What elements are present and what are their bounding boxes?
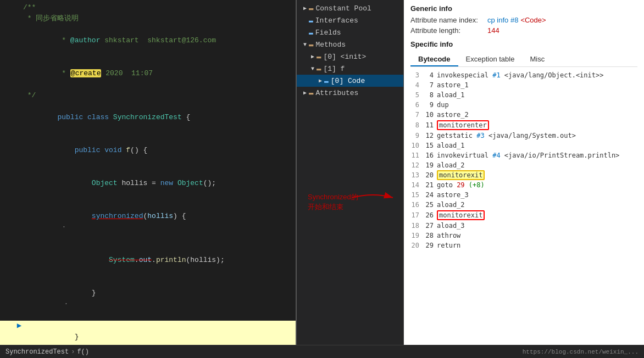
- bc-row-7: 10 15 aload_1: [410, 141, 637, 150]
- bytecode-table: 3 4 invokespecial #1 <java/lang/Object.<…: [410, 70, 637, 250]
- folder-icon-attributes: ▬: [309, 88, 313, 97]
- code-line-1: /**: [0, 2, 296, 13]
- folder-icon-interfaces: ▬: [309, 16, 313, 25]
- tree-label-methods: Methods: [315, 41, 346, 49]
- tree-label-interfaces: Interfaces: [315, 16, 358, 25]
- code-line-10: System.out.println(hollis);: [0, 244, 296, 277]
- bc-row-10: 13 20 monitorexit: [410, 170, 637, 180]
- bc-ref-8[interactable]: #4: [492, 152, 500, 159]
- code-line-7: public void f() {: [0, 134, 296, 167]
- bc-ref-0[interactable]: #1: [492, 71, 500, 79]
- tab-exception-table[interactable]: Exception table: [458, 53, 523, 66]
- code-line-8: Object hollis = new Object();: [0, 167, 296, 200]
- code-line-3: * @author shkstart shkstart@126.com: [0, 24, 296, 57]
- code-line-5: */: [0, 90, 296, 101]
- folder-icon-f: ▬: [317, 64, 321, 73]
- tree-panel[interactable]: ▶ ▬ Constant Pool ▬ Interfaces ▬ Fields …: [297, 0, 404, 345]
- bc-row-11: 14 21 goto 29 (+8): [410, 180, 637, 190]
- folder-icon-code: ▬: [324, 77, 329, 85]
- folder-icon-constant-pool: ▬: [309, 4, 313, 13]
- attr-length-label: Attribute length:: [410, 26, 487, 35]
- bc-row-2: 5 8 aload_1: [410, 90, 637, 100]
- code-line-9: synchronized(hollis) { ·: [0, 200, 296, 244]
- code-line-11: } ·: [0, 277, 296, 321]
- tree-item-init[interactable]: ▶ ▬ [0] <init>: [297, 51, 403, 63]
- code-line-6: public class SynchronizedTest {: [0, 101, 296, 134]
- bc-row-9: 12 19 aload_2: [410, 160, 637, 170]
- bc-row-12: 15 24 astore_3: [410, 190, 637, 200]
- breadcrumb: SynchronizedTest › f() https://blog.csdn…: [0, 345, 644, 358]
- folder-icon-init: ▬: [317, 52, 321, 61]
- url-hint: https://blog.csdn.net/weixin_...: [523, 349, 639, 355]
- bc-row-6: 9 12 getstatic #3 <java/lang/System.out>: [410, 131, 637, 141]
- bc-row-8: 11 16 invokevirtual #4 <java/io/PrintStr…: [410, 150, 637, 160]
- attr-length-val: 144: [487, 26, 499, 35]
- bc-row-13: 16 25 aload_2: [410, 200, 637, 210]
- breadcrumb-class: SynchronizedTest: [5, 348, 69, 356]
- code-editor[interactable]: /** * 同步省略说明 * @author shkstart shkstart…: [0, 0, 297, 345]
- folder-icon-fields: ▬: [309, 29, 313, 37]
- tree-item-methods[interactable]: ▼ ▬ Methods: [297, 38, 403, 51]
- tree-label-constant-pool: Constant Pool: [315, 4, 371, 13]
- bc-row-3: 6 9 dup: [410, 100, 637, 110]
- code-line-12: ▶ }: [0, 321, 296, 345]
- tree-label-init: [0] <init>: [323, 53, 366, 61]
- tree-label-code: [0] Code: [331, 77, 365, 85]
- attr-length-row: Attribute length: 144: [410, 26, 637, 35]
- bc-row-16: 19 28 athrow: [410, 231, 637, 240]
- attr-name-row: Attribute name index: cp info #8 <Code>: [410, 16, 637, 24]
- bc-ref-6[interactable]: #3: [476, 132, 484, 139]
- right-panel: Generic info Attribute name index: cp in…: [404, 0, 644, 345]
- bc-row-1: 4 7 astore_1: [410, 80, 637, 90]
- tree-label-f: [1] f: [323, 65, 345, 73]
- bc-ref-goto[interactable]: 29: [457, 181, 464, 189]
- folder-icon-methods: ▬: [309, 40, 313, 49]
- bc-row-4: 7 10 astore_2: [410, 110, 637, 120]
- tree-item-code[interactable]: ▶ ▬ [0] Code: [297, 75, 403, 87]
- bc-row-0: 3 4 invokespecial #1 <java/lang/Object.<…: [410, 70, 637, 80]
- breadcrumb-method: f(): [77, 348, 89, 356]
- attr-name-link[interactable]: cp info #8: [487, 16, 518, 24]
- tabs-row: Bytecode Exception table Misc: [410, 53, 637, 67]
- tree-item-f[interactable]: ▼ ▬ [1] f: [297, 63, 403, 75]
- attr-name-code: <Code>: [520, 16, 546, 24]
- tab-misc[interactable]: Misc: [522, 53, 552, 66]
- bc-row-5: 8 11 monitorenter: [410, 120, 637, 131]
- bc-row-17: 20 29 return: [410, 240, 637, 250]
- generic-info-title: Generic info: [410, 4, 637, 13]
- specific-info-title: Specific info: [410, 40, 637, 48]
- tab-bytecode[interactable]: Bytecode: [410, 53, 458, 66]
- bc-row-15: 18 27 aload_3: [410, 221, 637, 231]
- tree-label-fields: Fields: [315, 29, 341, 37]
- tree-item-constant-pool[interactable]: ▶ ▬ Constant Pool: [297, 2, 403, 14]
- bc-row-14: 17 26 monitorexit: [410, 210, 637, 221]
- tree-item-interfaces[interactable]: ▬ Interfaces: [297, 14, 403, 26]
- tree-item-attributes[interactable]: ▶ ▬ Attributes: [297, 87, 403, 99]
- tree-label-attributes: Attributes: [315, 89, 358, 97]
- tree-item-fields[interactable]: ▬ Fields: [297, 26, 403, 38]
- attr-name-label: Attribute name index:: [410, 16, 487, 24]
- code-line-2: * 同步省略说明: [0, 13, 296, 24]
- code-line-4: * @create 2020 11:07: [0, 57, 296, 90]
